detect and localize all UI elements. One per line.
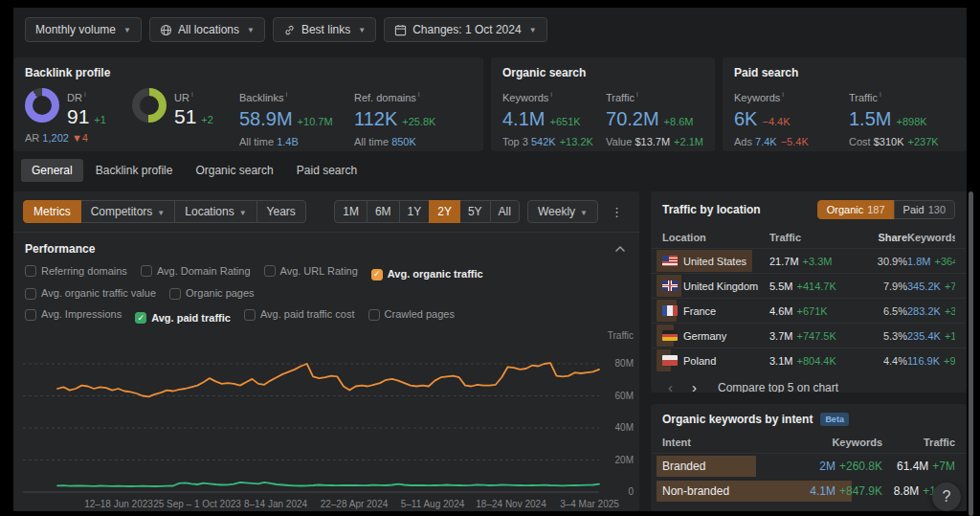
keywords-diff: +39.2K [945,305,955,317]
paid-toggle-button[interactable]: Paid130 [894,200,955,219]
ur-label: UR [174,92,189,103]
vertical-scrollbar[interactable] [969,191,973,516]
help-button[interactable]: ? [932,482,961,511]
organic-traffic-label: Traffic [606,92,635,103]
location-row-poland[interactable]: Poland3.1M+804.4K4.4%116.9K+9.4K [651,348,967,372]
location-row-united-states[interactable]: United States21.7M+3.3M30.9%1.8M+364.1K [651,248,967,273]
tab-paid-search[interactable]: Paid search [286,159,368,182]
range-1m-button[interactable]: 1M [334,200,368,223]
info-icon[interactable]: i [191,90,193,99]
range-1y-button[interactable]: 1Y [399,200,431,223]
granularity-dropdown[interactable]: Weekly▼ [527,200,598,223]
location-row-united-kingdom[interactable]: United Kingdom5.5M+414.7K7.9%345.2K+75.2… [651,273,967,298]
traffic-diff: +3.3M [803,256,833,267]
changes-date-dropdown[interactable]: Changes: 1 Oct 2024 ▼ [384,17,546,42]
chevron-down-icon: ▼ [529,26,537,34]
checkbox-organic-pages[interactable]: Organic pages [169,288,255,300]
collapse-section-icon[interactable] [612,243,628,255]
info-icon[interactable]: i [418,90,420,99]
value-diff: +2.1M [674,136,703,147]
keywords-by-intent-panel: Organic keywords by intent Beta Intent K… [651,404,967,511]
intent-table-header: Intent Keywords Traffic [651,432,967,454]
calendar-icon [394,24,407,36]
checkbox-referring-domains[interactable]: Referring domains [25,265,127,277]
range-6m-button[interactable]: 6M [367,200,400,223]
locations-dropdown[interactable]: All locations ▼ [149,17,265,42]
unchecked-box-icon [169,288,181,300]
intent-row-branded[interactable]: Branded2M+260.8K61.4M+7M [651,454,967,479]
locations-filter-label: Locations [185,205,234,218]
organic-count-badge: 187 [867,204,884,215]
metrics-button[interactable]: Metrics [23,200,81,223]
intent-row-non-branded[interactable]: Non-branded4.1M+847.9K8.8M+1.6M [651,479,967,504]
ads-value: 7.4K [755,136,777,147]
ref-domains-alltime-value: 850K [391,136,416,147]
locations-label: All locations [178,23,239,36]
years-button[interactable]: Years [256,200,306,223]
location-row-france[interactable]: France4.6M+671K6.5%283.2K+39.2K [651,298,967,323]
ahrefs-dashboard: { "colors":{"accent":"#a9611b","organic_… [0,0,980,516]
ref-domains-diff: +25.8K [402,116,435,127]
range-5y-button[interactable]: 5Y [459,200,491,223]
ref-domains-alltime-label: All time [354,136,389,147]
checkbox-crawled-pages[interactable]: Crawled pages [368,309,455,321]
x-axis-tick: 18–24 Nov 2024 [476,499,546,509]
checkbox-avg-organic-traffic[interactable]: ✓Avg. organic traffic [371,269,483,280]
location-row-germany[interactable]: Germany3.7M+747.5K5.3%235.4K+16K [651,323,967,348]
next-page-icon[interactable]: › [684,380,704,393]
chevron-down-icon: ▼ [580,209,588,217]
range-all-button[interactable]: All [490,200,520,223]
traffic-diff: +804.4K [796,355,835,367]
info-icon[interactable]: i [880,90,881,99]
checkbox-avg-impressions[interactable]: Avg. Impressions [25,309,122,321]
series-line-avg-paid-traffic [57,482,599,486]
performance-panel: Metrics Competitors▼ Locations▼ Years 1M… [13,191,639,511]
info-icon[interactable]: i [636,90,638,99]
checkbox-avg-url-rating[interactable]: Avg. URL Rating [264,265,358,277]
keywords-diff: +16K [945,330,955,342]
traffic-by-location-panel: Traffic by location Organic187 Paid130 L… [651,191,967,393]
performance-header: Performance [13,233,639,258]
competitors-dropdown[interactable]: Competitors▼ [80,200,176,223]
performance-chart: 80M60M40M20M0Traffic12–18 Jun 202325 Sep… [15,325,637,511]
x-axis-tick: 22–28 Apr 2024 [321,499,389,509]
info-icon[interactable]: i [84,90,86,99]
tab-organic-search[interactable]: Organic search [185,159,283,182]
unchecked-box-icon [368,309,380,321]
intent-title: Organic keywords by intent [662,413,813,426]
app-window: Monthly volume ▼ All locations ▼ Best li… [13,8,967,511]
checkbox-label: Avg. Impressions [41,309,122,320]
info-icon[interactable]: i [782,90,784,99]
y-axis-tick: 0 [628,486,634,497]
backlinks-block: Backlinksi 58.9M+10.7M All time 1.4B [239,88,354,147]
volume-mode-dropdown[interactable]: Monthly volume ▼ [25,17,142,42]
checkbox-avg-domain-rating[interactable]: Avg. Domain Rating [141,265,251,277]
chevron-down-icon: ▼ [247,26,255,34]
x-axis-tick: 12–18 Jun 2023 [84,499,153,509]
tab-backlink-profile[interactable]: Backlink profile [85,159,184,182]
checkbox-avg-paid-traffic[interactable]: ✓Avg. paid traffic [135,312,231,324]
range-2y-button[interactable]: 2Y [429,200,460,223]
compare-top5-link[interactable]: Compare top 5 on chart [718,381,838,393]
paid-traffic-diff: +898K [896,116,926,127]
unchecked-box-icon [25,309,36,321]
unchecked-box-icon [25,265,36,277]
organic-toggle-button[interactable]: Organic187 [817,200,895,219]
checkbox-avg-organic-traffic-value[interactable]: Avg. organic traffic value [25,288,156,300]
intent-keywords-cell: 4.1M+847.9K [787,484,882,498]
checkbox-avg-paid-traffic-cost[interactable]: Avg. paid traffic cost [244,309,355,321]
location-table-header: Location Traffic Share Keywords [651,227,967,248]
tab-general[interactable]: General [21,159,83,182]
locations-filter-dropdown[interactable]: Locations▼ [174,200,256,223]
location-cell: Germany [662,330,769,342]
info-icon[interactable]: i [550,90,552,99]
keywords-cell: 1.8M+364.1K [907,256,955,267]
info-icon[interactable]: i [285,90,287,99]
best-links-label: Best links [301,23,350,36]
col-keywords: Keywords [907,232,955,243]
organic-keywords-value: 4.1M [502,108,545,129]
more-options-icon[interactable]: ⋮ [604,202,630,222]
best-links-dropdown[interactable]: Best links ▼ [273,17,376,42]
prev-page-icon[interactable]: ‹ [660,380,680,393]
ads-label: Ads [734,136,752,147]
